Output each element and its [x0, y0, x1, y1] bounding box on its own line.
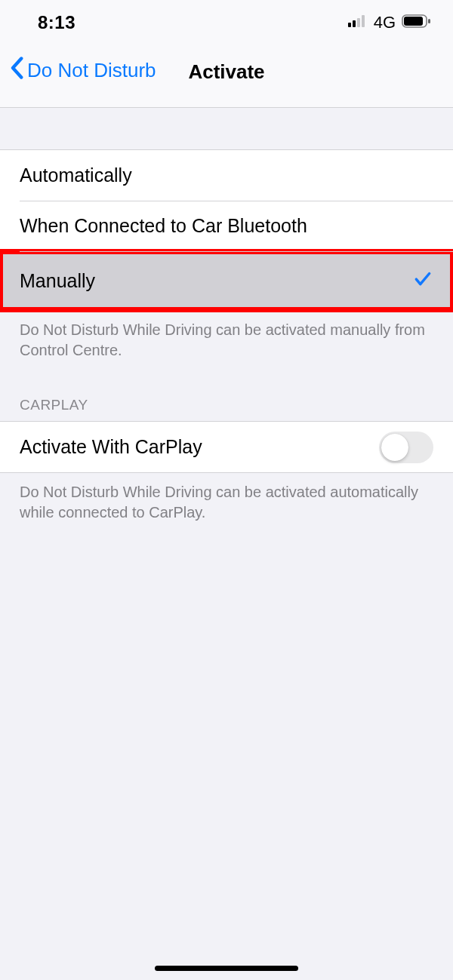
option-manually[interactable]: Manually — [0, 251, 453, 310]
network-type-label: 4G — [374, 13, 396, 32]
carplay-section-header: CARPLAY — [0, 361, 453, 421]
svg-rect-1 — [353, 20, 356, 27]
back-label: Do Not Disturb — [27, 59, 156, 82]
chevron-left-icon — [9, 57, 24, 84]
toggle-knob — [381, 434, 408, 461]
nav-bar: Do Not Disturb Activate — [0, 45, 453, 108]
carplay-toggle[interactable] — [379, 432, 433, 463]
home-indicator[interactable] — [155, 966, 298, 971]
page-title: Activate — [188, 60, 264, 84]
status-indicators: 4G — [348, 13, 432, 32]
cellular-signal-icon — [348, 15, 368, 30]
checkmark-icon — [412, 269, 433, 293]
status-time: 8:13 — [38, 12, 76, 33]
activate-options-section: Automatically When Connected to Car Blue… — [0, 149, 453, 311]
options-footer-text: Do Not Disturb While Driving can be acti… — [0, 311, 453, 361]
option-label: Manually — [20, 270, 95, 292]
battery-icon — [402, 14, 432, 31]
svg-rect-0 — [348, 23, 351, 27]
carplay-section: Activate With CarPlay — [0, 421, 453, 473]
carplay-row-label: Activate With CarPlay — [20, 436, 202, 458]
svg-rect-3 — [362, 15, 365, 27]
svg-rect-5 — [404, 17, 423, 26]
carplay-footer-text: Do Not Disturb While Driving can be acti… — [0, 473, 453, 523]
option-label: When Connected to Car Bluetooth — [20, 215, 307, 237]
back-button[interactable]: Do Not Disturb — [9, 57, 156, 84]
option-automatically[interactable]: Automatically — [0, 150, 453, 201]
carplay-toggle-row[interactable]: Activate With CarPlay — [0, 422, 453, 472]
svg-rect-2 — [357, 18, 360, 27]
option-car-bluetooth[interactable]: When Connected to Car Bluetooth — [0, 201, 453, 251]
svg-rect-6 — [428, 19, 430, 23]
option-label: Automatically — [20, 164, 132, 186]
status-bar: 8:13 4G — [0, 0, 453, 45]
